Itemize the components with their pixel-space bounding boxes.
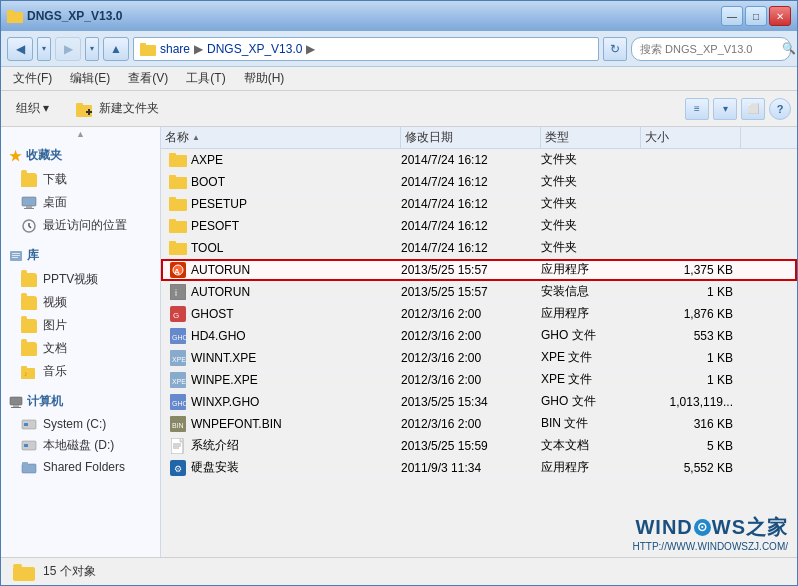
file-cell-size bbox=[641, 193, 741, 214]
file-date: 2013/5/25 15:57 bbox=[401, 285, 488, 299]
search-box[interactable]: 🔍 bbox=[631, 37, 791, 61]
svg-rect-23 bbox=[24, 423, 28, 426]
col-header-type[interactable]: 类型 bbox=[541, 127, 641, 148]
menu-view[interactable]: 查看(V) bbox=[120, 68, 176, 89]
file-row[interactable]: A AUTORUN 2013/5/25 15:57 应用程序 1,375 KB bbox=[161, 259, 797, 281]
file-name: WINPE.XPE bbox=[191, 373, 258, 387]
path-share[interactable]: share bbox=[160, 42, 190, 56]
file-size: 1 KB bbox=[707, 285, 733, 299]
col-header-name[interactable]: 名称 ▲ bbox=[161, 127, 401, 148]
refresh-button[interactable]: ↻ bbox=[603, 37, 627, 61]
title-bar-left: DNGS_XP_V13.0 bbox=[7, 8, 122, 24]
address-path-bar[interactable]: share ▶ DNGS_XP_V13.0 ▶ bbox=[133, 37, 599, 61]
file-row[interactable]: PESETUP 2014/7/24 16:12 文件夹 bbox=[161, 193, 797, 215]
col-header-date[interactable]: 修改日期 bbox=[401, 127, 541, 148]
forward-button[interactable]: ▶ bbox=[55, 37, 81, 61]
file-cell-type: 文件夹 bbox=[541, 237, 641, 258]
help-button[interactable]: ? bbox=[769, 98, 791, 120]
file-cell-size: 1,013,119... bbox=[641, 391, 741, 412]
menu-file[interactable]: 文件(F) bbox=[5, 68, 60, 89]
file-cell-size: 1,375 KB bbox=[641, 259, 741, 280]
file-icon bbox=[169, 196, 187, 212]
file-row[interactable]: GHO HD4.GHO 2012/3/16 2:00 GHO 文件 553 KB bbox=[161, 325, 797, 347]
sidebar-item-locald[interactable]: 本地磁盘 (D:) bbox=[1, 434, 160, 457]
back-dropdown[interactable]: ▾ bbox=[37, 37, 51, 61]
sidebar-item-shared[interactable]: Shared Folders bbox=[1, 457, 160, 477]
file-cell-type: 文件夹 bbox=[541, 171, 641, 192]
favorites-header[interactable]: ★ 收藏夹 bbox=[1, 141, 160, 168]
file-row[interactable]: BIN WNPEFONT.BIN 2012/3/16 2:00 BIN 文件 3… bbox=[161, 413, 797, 435]
view-button-2[interactable]: ▾ bbox=[713, 98, 737, 120]
path-folder[interactable]: DNGS_XP_V13.0 bbox=[207, 42, 302, 56]
file-icon bbox=[169, 174, 187, 190]
sidebar-item-video[interactable]: 视频 bbox=[1, 291, 160, 314]
file-row[interactable]: G GHOST 2012/3/16 2:00 应用程序 1,876 KB bbox=[161, 303, 797, 325]
svg-rect-33 bbox=[169, 197, 176, 200]
file-list-scroll[interactable]: 名称 ▲ 修改日期 类型 大小 bbox=[161, 127, 797, 557]
forward-dropdown[interactable]: ▾ bbox=[85, 37, 99, 61]
file-date: 2012/3/16 2:00 bbox=[401, 417, 481, 431]
menu-edit[interactable]: 编辑(E) bbox=[62, 68, 118, 89]
search-input[interactable] bbox=[640, 43, 778, 55]
back-button[interactable]: ◀ bbox=[7, 37, 33, 61]
file-name: PESOFT bbox=[191, 219, 239, 233]
file-row[interactable]: PESOFT 2014/7/24 16:12 文件夹 bbox=[161, 215, 797, 237]
file-type: 文件夹 bbox=[541, 217, 577, 234]
folder-title-icon bbox=[7, 8, 23, 24]
view-button[interactable]: ≡ bbox=[685, 98, 709, 120]
sidebar-item-pictures[interactable]: 图片 bbox=[1, 314, 160, 337]
file-cell-size: 1,876 KB bbox=[641, 303, 741, 324]
computer-header[interactable]: 计算机 bbox=[1, 387, 160, 414]
library-header[interactable]: 库 bbox=[1, 241, 160, 268]
file-cell-name: PESETUP bbox=[161, 193, 401, 214]
sidebar-item-music[interactable]: ♪ 音乐 bbox=[1, 360, 160, 383]
file-row[interactable]: GHO WINXP.GHO 2013/5/25 15:34 GHO 文件 1,0… bbox=[161, 391, 797, 413]
file-row[interactable]: BOOT 2014/7/24 16:12 文件夹 bbox=[161, 171, 797, 193]
file-cell-date: 2012/3/16 2:00 bbox=[401, 325, 541, 346]
svg-rect-10 bbox=[24, 208, 34, 209]
file-row[interactable]: TOOL 2014/7/24 16:12 文件夹 bbox=[161, 237, 797, 259]
close-button[interactable]: ✕ bbox=[769, 6, 791, 26]
file-row[interactable]: AXPE 2014/7/24 16:12 文件夹 bbox=[161, 149, 797, 171]
file-cell-name: BOOT bbox=[161, 171, 401, 192]
sidebar-item-pptv[interactable]: PPTV视频 bbox=[1, 268, 160, 291]
file-row[interactable]: XPE WINPE.XPE 2012/3/16 2:00 XPE 文件 1 KB bbox=[161, 369, 797, 391]
menu-bar: 文件(F) 编辑(E) 查看(V) 工具(T) 帮助(H) bbox=[1, 67, 797, 91]
path-sep-2: ▶ bbox=[306, 42, 315, 56]
sidebar-item-download[interactable]: 下载 bbox=[1, 168, 160, 191]
file-name: BOOT bbox=[191, 175, 225, 189]
menu-help[interactable]: 帮助(H) bbox=[236, 68, 293, 89]
address-bar: ◀ ▾ ▶ ▾ ▲ share ▶ DNGS_XP_V13.0 ▶ ↻ 🔍 bbox=[1, 31, 797, 67]
sidebar-item-documents[interactable]: 文档 bbox=[1, 337, 160, 360]
file-type: 文件夹 bbox=[541, 239, 577, 256]
sidebar-scroll-up[interactable]: ▲ bbox=[1, 127, 160, 141]
file-row[interactable]: ⚙ 硬盘安装 2011/9/3 11:34 应用程序 5,552 KB bbox=[161, 457, 797, 479]
up-button[interactable]: ▲ bbox=[103, 37, 129, 61]
search-icon[interactable]: 🔍 bbox=[782, 41, 796, 57]
file-size: 5,552 KB bbox=[684, 461, 733, 475]
sidebar-item-systemc[interactable]: System (C:) bbox=[1, 414, 160, 434]
file-cell-date: 2012/3/16 2:00 bbox=[401, 347, 541, 368]
panel-button[interactable]: ⬜ bbox=[741, 98, 765, 120]
file-row[interactable]: i AUTORUN 2013/5/25 15:57 安装信息 1 KB bbox=[161, 281, 797, 303]
file-cell-date: 2011/9/3 11:34 bbox=[401, 457, 541, 478]
menu-tools[interactable]: 工具(T) bbox=[178, 68, 233, 89]
path-sep-1: ▶ bbox=[194, 42, 203, 56]
organize-button[interactable]: 组织 ▾ bbox=[7, 95, 58, 122]
sidebar-item-recent[interactable]: 最近访问的位置 bbox=[1, 214, 160, 237]
file-icon: i bbox=[169, 284, 187, 300]
new-folder-button[interactable]: 新建文件夹 bbox=[66, 94, 168, 124]
file-row[interactable]: 系统介绍 2013/5/25 15:59 文本文档 5 KB bbox=[161, 435, 797, 457]
file-row[interactable]: XPE WINNT.XPE 2012/3/16 2:00 XPE 文件 1 KB bbox=[161, 347, 797, 369]
documents-label: 文档 bbox=[43, 340, 67, 357]
file-type: XPE 文件 bbox=[541, 349, 592, 366]
svg-rect-17 bbox=[21, 366, 27, 369]
col-header-size[interactable]: 大小 bbox=[641, 127, 741, 148]
maximize-button[interactable]: □ bbox=[745, 6, 767, 26]
sidebar-item-desktop[interactable]: 桌面 bbox=[1, 191, 160, 214]
file-name: AUTORUN bbox=[191, 263, 250, 277]
favorites-label: 收藏夹 bbox=[26, 147, 62, 164]
favorites-section: ★ 收藏夹 下载 桌面 bbox=[1, 141, 160, 237]
svg-rect-20 bbox=[13, 405, 19, 407]
minimize-button[interactable]: — bbox=[721, 6, 743, 26]
